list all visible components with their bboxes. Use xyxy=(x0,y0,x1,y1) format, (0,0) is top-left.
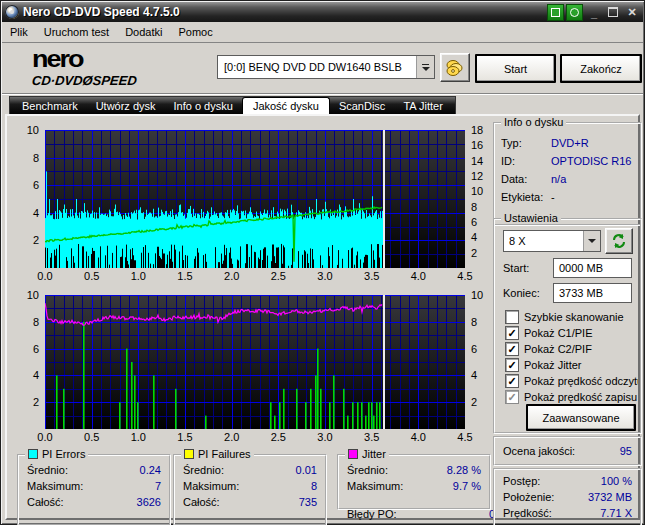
chart2-x-axis: 0.00.51.01.52.02.53.03.54.04.5 xyxy=(45,431,465,444)
drive-select[interactable]: [0:0] BENQ DVD DD DW1640 BSLB xyxy=(217,55,435,79)
minimize-button[interactable]: _ xyxy=(586,5,602,19)
jitter-legend-swatch xyxy=(348,449,358,459)
axis-tick-label: 1.5 xyxy=(177,270,192,282)
menu-bar: Plik Uruchom test Dodatki Pomoc xyxy=(2,22,643,43)
checkbox-icon[interactable]: ✓ xyxy=(505,358,519,372)
chart2-right-axis: 108642 xyxy=(469,295,491,429)
start-mb-field[interactable]: 0000 MB xyxy=(553,258,632,278)
chart1-right-axis: 18161412108642 xyxy=(469,130,491,268)
stat-value: 9.7 % xyxy=(453,480,481,492)
axis-tick-label: 10 xyxy=(27,125,39,136)
checkbox-icon[interactable]: ✓ xyxy=(505,374,519,388)
menu-plik[interactable]: Plik xyxy=(2,24,36,40)
checkbox-szybkie-skanowanie[interactable]: ✓ Szybkie skanowanie xyxy=(505,310,638,324)
start-button[interactable]: Start xyxy=(475,54,556,83)
pi-failures-jitter-plot xyxy=(45,295,465,429)
axis-tick-label: 1.0 xyxy=(131,431,146,443)
stat-value: 8.28 % xyxy=(447,464,481,476)
menu-uruchom-test[interactable]: Uruchom test xyxy=(36,24,117,40)
end-mb-label: Koniec: xyxy=(503,287,540,299)
speed-select-arrow-icon[interactable] xyxy=(583,231,600,251)
stat-label: Całość: xyxy=(183,496,220,508)
green-app-icon[interactable] xyxy=(547,4,564,21)
tab-scandisc[interactable]: ScanDisc xyxy=(330,98,394,115)
checkbox-pokaz-jitter[interactable]: ✓ Pokaż Jitter xyxy=(505,358,638,372)
po-errors-label: Błędy PO: xyxy=(347,508,397,520)
app-cd-icon xyxy=(5,5,19,19)
axis-tick-label: 6 xyxy=(471,344,477,355)
speed-select-value: 8 X xyxy=(504,235,583,247)
disc-type-value: DVD+R xyxy=(551,137,634,149)
menu-dodatki[interactable]: Dodatki xyxy=(117,24,170,40)
stat-value: 0.24 xyxy=(140,464,161,476)
stat-label: Maksimum: xyxy=(183,480,239,492)
checkbox-pokaz-c1-pie[interactable]: ✓ Pokaż C1/PIE xyxy=(505,326,638,340)
checkbox-icon[interactable]: ✓ xyxy=(505,310,519,324)
axis-tick-label: 3.5 xyxy=(364,431,379,443)
checkbox-icon[interactable]: ✓ xyxy=(505,326,519,340)
axis-tick-label: 3.5 xyxy=(364,270,379,282)
window-title: Nero CD-DVD Speed 4.7.5.0 xyxy=(23,5,545,19)
axis-tick-label: 2.0 xyxy=(224,270,239,282)
menu-pomoc[interactable]: Pomoc xyxy=(170,24,220,40)
axis-tick-label: 1.0 xyxy=(131,270,146,282)
quality-score-panel: Ocena jakości: 95 xyxy=(493,436,642,466)
axis-tick-label: 3.0 xyxy=(317,270,332,282)
title-bar: Nero CD-DVD Speed 4.7.5.0 _ ✕ xyxy=(2,2,643,22)
disc-type-label: Typ: xyxy=(501,137,551,149)
speed-select[interactable]: 8 X xyxy=(503,230,601,252)
disc-info-title: Info o dysku xyxy=(504,116,563,128)
axis-tick-label: 4.5 xyxy=(457,431,472,443)
main-panel: 108642 18161412108642 0.00.51.01.52.02.5… xyxy=(5,114,640,520)
logo-speed: SPEED xyxy=(92,73,138,88)
axis-tick-label: 8 xyxy=(471,317,477,328)
drive-select-value: [0:0] BENQ DVD DD DW1640 BSLB xyxy=(218,61,416,73)
nero-logo: nero CD·DVDØSPEED xyxy=(32,46,137,87)
axis-tick-label: 6 xyxy=(33,180,39,191)
stat-label: Średnio: xyxy=(183,464,224,476)
green-app-icon[interactable] xyxy=(566,4,583,21)
app-window: Nero CD-DVD Speed 4.7.5.0 _ ✕ Plik Uruch… xyxy=(0,0,645,525)
pi-errors-stats-group: PI Errors Średnio:0.24 Maksimum:7 Całość… xyxy=(17,454,171,525)
quit-button[interactable]: Zakończ xyxy=(560,54,642,83)
axis-tick-label: 2 xyxy=(471,397,477,408)
progress-label: Postęp: xyxy=(503,475,540,487)
axis-tick-label: 0.0 xyxy=(37,270,52,282)
axis-tick-label: 4 xyxy=(33,208,39,219)
refresh-button[interactable] xyxy=(605,228,633,254)
disc-label-label: Etykieta: xyxy=(501,191,551,203)
stat-label: Maksimum: xyxy=(347,480,403,492)
position-label: Położenie: xyxy=(503,491,554,503)
advanced-button[interactable]: Zaawansowane xyxy=(526,404,636,431)
po-errors-row: Błędy PO: 0 xyxy=(339,506,503,522)
drive-select-arrow-icon[interactable] xyxy=(416,56,434,78)
axis-tick-label: 2.5 xyxy=(271,270,286,282)
start-mb-label: Start: xyxy=(503,262,529,274)
stat-value: 735 xyxy=(299,496,317,508)
checkbox-icon[interactable]: ✓ xyxy=(505,342,519,356)
end-mb-field[interactable]: 3733 MB xyxy=(553,283,632,303)
axis-tick-label: 14 xyxy=(471,156,483,167)
quality-score-value: 95 xyxy=(620,445,632,457)
axis-tick-label: 2.5 xyxy=(271,431,286,443)
tab-benchmark[interactable]: Benchmark xyxy=(13,98,87,115)
right-panel: Info o dysku Typ:DVD+R ID:OPTODISC R16 D… xyxy=(493,116,640,518)
axis-tick-label: 16 xyxy=(471,140,483,151)
tab-info-o-dysku[interactable]: Info o dysku xyxy=(165,98,242,115)
tab-ta-jitter[interactable]: TA Jitter xyxy=(394,98,452,115)
toolbar: nero CD·DVDØSPEED [0:0] BENQ DVD DD DW16… xyxy=(2,43,643,94)
chart1-left-axis: 108642 xyxy=(15,130,43,268)
close-button[interactable]: ✕ xyxy=(624,5,640,19)
axis-tick-label: 18 xyxy=(471,125,483,136)
axis-tick-label: 4 xyxy=(471,232,477,243)
checkbox-pokaz-predkosc-odczytu[interactable]: ✓ Pokaż prędkość odczytu xyxy=(505,374,638,388)
maximize-button[interactable] xyxy=(605,5,621,19)
disc-info-button[interactable] xyxy=(440,53,470,82)
tab-utworz-dysk[interactable]: Utwórz dysk xyxy=(87,98,165,115)
axis-tick-label: 1.5 xyxy=(177,431,192,443)
settings-group: Ustawienia 8 X Start: 0000 MB xyxy=(493,218,642,434)
checkbox-pokaz-c2-pif[interactable]: ✓ Pokaż C2/PIF xyxy=(505,342,638,356)
speed-value: 7.71 X xyxy=(600,507,632,519)
stat-label: Średnio: xyxy=(347,464,388,476)
chart2-left-axis: 108642 xyxy=(15,295,43,429)
